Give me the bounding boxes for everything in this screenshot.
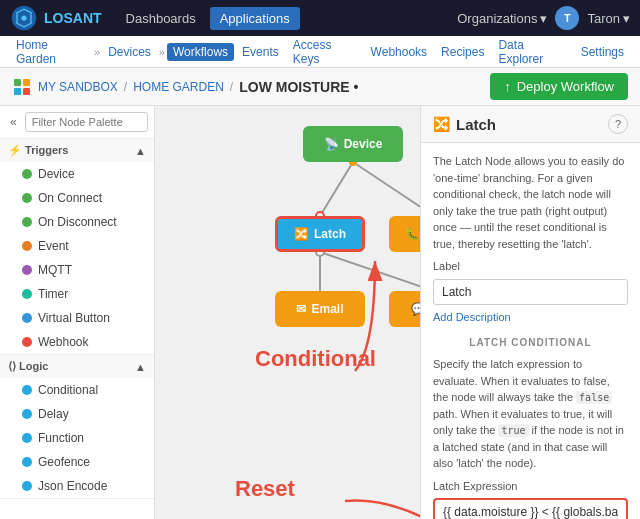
- nav-access-keys[interactable]: Access Keys: [287, 36, 363, 68]
- sidebar-item-device[interactable]: Device: [0, 162, 154, 186]
- upload-icon: ↑: [504, 79, 511, 94]
- latch-icon: 🔀: [294, 227, 309, 241]
- triggers-section-header[interactable]: ⚡ Triggers ▲: [0, 139, 154, 162]
- nav-user[interactable]: Taron ▾: [587, 11, 630, 26]
- geofence-dot: [22, 457, 32, 467]
- sidebar-item-virtual-button-label: Virtual Button: [38, 311, 110, 325]
- sms-icon: 💬: [411, 302, 420, 316]
- sidebar-item-on-connect-label: On Connect: [38, 191, 102, 205]
- sidebar-item-timer[interactable]: Timer: [0, 282, 154, 306]
- nav-applications[interactable]: Applications: [210, 7, 300, 30]
- sidebar-item-on-connect[interactable]: On Connect: [0, 186, 154, 210]
- sidebar-section-triggers: ⚡ Triggers ▲ Device On Connect On Discon…: [0, 139, 154, 355]
- device-dot: [22, 169, 32, 179]
- sidebar-item-webhook[interactable]: Webhook: [0, 330, 154, 354]
- nav-right: Organizations ▾ T Taron ▾: [457, 6, 630, 30]
- logic-section-header[interactable]: ⟨⟩ Logic ▲: [0, 355, 154, 378]
- chevron-up-icon: ▲: [135, 145, 146, 157]
- node-latch[interactable]: 🔀 Latch: [275, 216, 365, 252]
- svg-rect-6: [23, 88, 30, 95]
- chevron-down-icon: ▾: [540, 11, 547, 26]
- node-email[interactable]: ✉ Email: [275, 291, 365, 327]
- sidebar-item-conditional[interactable]: Conditional: [0, 378, 154, 402]
- avatar[interactable]: T: [555, 6, 579, 30]
- label-input[interactable]: [433, 279, 628, 305]
- breadcrumb-sandbox[interactable]: MY SANDBOX: [38, 80, 118, 94]
- sidebar-item-geofence-label: Geofence: [38, 455, 90, 469]
- latch-expression-field: Latch Expression: [433, 478, 628, 520]
- sidebar-item-virtual-button[interactable]: Virtual Button: [0, 306, 154, 330]
- breadcrumb: MY SANDBOX / HOME GARDEN / LOW MOISTURE …: [0, 68, 640, 106]
- sidebar-item-geofence[interactable]: Geofence: [0, 450, 154, 474]
- sidebar-item-json-encode-label: Json Encode: [38, 479, 107, 493]
- main-layout: « ⚡ Triggers ▲ Device On Connect On Disc…: [0, 106, 640, 519]
- nav-data-explorer[interactable]: Data Explorer: [492, 36, 572, 68]
- on-disconnect-dot: [22, 217, 32, 227]
- nav-workflows[interactable]: Workflows: [167, 43, 234, 61]
- svg-rect-4: [23, 79, 30, 86]
- node-debug[interactable]: 🐛 Debug: [389, 216, 420, 252]
- svg-line-8: [353, 162, 420, 216]
- nav-events[interactable]: Events: [236, 43, 285, 61]
- sidebar-item-event-label: Event: [38, 239, 69, 253]
- sidebar-item-device-label: Device: [38, 167, 75, 181]
- sidebar-item-mqtt[interactable]: MQTT: [0, 258, 154, 282]
- svg-rect-5: [14, 88, 21, 95]
- conditional-annotation: Conditional: [255, 346, 376, 372]
- sidebar-item-webhook-label: Webhook: [38, 335, 88, 349]
- device-icon: 📡: [324, 137, 339, 151]
- second-nav: Home Garden » Devices » Workflows Events…: [0, 36, 640, 68]
- nav-dashboards[interactable]: Dashboards: [116, 7, 206, 30]
- sidebar-item-event[interactable]: Event: [0, 234, 154, 258]
- logo-text: LOSANT: [44, 10, 102, 26]
- add-description-link[interactable]: Add Description: [433, 309, 628, 326]
- delay-dot: [22, 409, 32, 419]
- svg-line-10: [320, 252, 420, 291]
- filter-node-palette-input[interactable]: [25, 112, 148, 132]
- sidebar-collapse-button[interactable]: «: [6, 113, 21, 131]
- nav-devices[interactable]: Devices: [102, 43, 157, 61]
- nav-organizations[interactable]: Organizations ▾: [457, 11, 547, 26]
- latch-conditional-description: Specify the latch expression to evaluate…: [433, 356, 628, 472]
- sidebar-item-mqtt-label: MQTT: [38, 263, 72, 277]
- sidebar-item-delay[interactable]: Delay: [0, 402, 154, 426]
- triggers-label: ⚡ Triggers: [8, 144, 68, 157]
- latch-node-icon: 🔀: [433, 116, 450, 132]
- sidebar-item-on-disconnect[interactable]: On Disconnect: [0, 210, 154, 234]
- panel-body: The Latch Node allows you to easily do '…: [421, 143, 640, 519]
- email-icon: ✉: [296, 302, 306, 316]
- node-device[interactable]: 📡 Device: [303, 126, 403, 162]
- on-connect-dot: [22, 193, 32, 203]
- conditional-dot: [22, 385, 32, 395]
- mqtt-dot: [22, 265, 32, 275]
- node-sms[interactable]: 💬 SMS: [389, 291, 420, 327]
- deploy-workflow-button[interactable]: ↑ Deploy Workflow: [490, 73, 628, 100]
- sidebar-item-function[interactable]: Function: [0, 426, 154, 450]
- node-device-label: Device: [344, 137, 383, 151]
- timer-dot: [22, 289, 32, 299]
- node-latch-label: Latch: [314, 227, 346, 241]
- nav-webhooks[interactable]: Webhooks: [365, 43, 433, 61]
- chevron-down-icon: ▾: [623, 11, 630, 26]
- sidebar-item-json-encode[interactable]: Json Encode: [0, 474, 154, 498]
- panel-header: 🔀 Latch ?: [421, 106, 640, 143]
- latch-conditional-section-title: LATCH CONDITIONAL: [433, 335, 628, 350]
- latch-expression-label: Latch Expression: [433, 478, 628, 495]
- sidebar-item-conditional-label: Conditional: [38, 383, 98, 397]
- workflow-icon: [12, 77, 32, 97]
- nav-recipes[interactable]: Recipes: [435, 43, 490, 61]
- breadcrumb-home-garden[interactable]: HOME GARDEN: [133, 80, 224, 94]
- workflow-canvas[interactable]: 📡 Device 🔀 Latch 🐛 Debug ✉ Email 💬 SMS C…: [155, 106, 420, 519]
- nav-settings[interactable]: Settings: [575, 43, 630, 61]
- function-dot: [22, 433, 32, 443]
- sidebar-item-delay-label: Delay: [38, 407, 69, 421]
- logic-label: ⟨⟩ Logic: [8, 360, 48, 373]
- svg-rect-3: [14, 79, 21, 86]
- latch-expression-input[interactable]: [433, 498, 628, 519]
- nav-home-garden[interactable]: Home Garden: [10, 36, 92, 68]
- help-button[interactable]: ?: [608, 114, 628, 134]
- webhook-dot: [22, 337, 32, 347]
- json-encode-dot: [22, 481, 32, 491]
- sidebar-item-timer-label: Timer: [38, 287, 68, 301]
- svg-point-2: [21, 15, 26, 20]
